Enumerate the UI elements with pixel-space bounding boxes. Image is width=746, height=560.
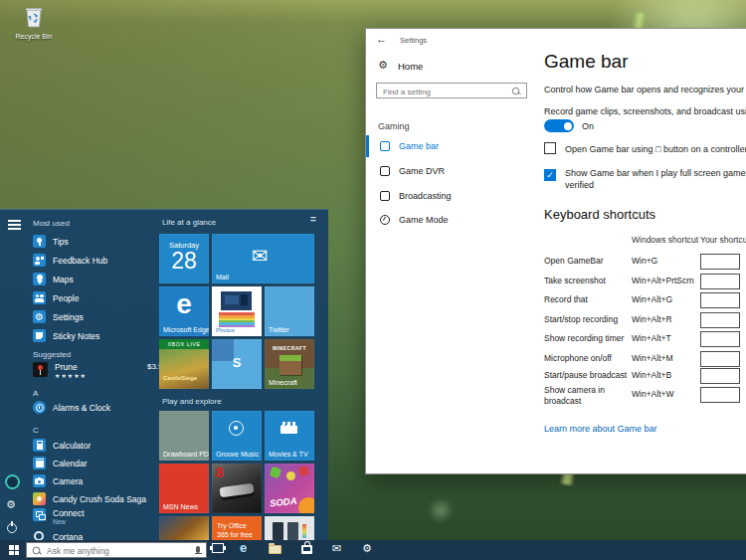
settings-window: ← Settings ⚙ Home Gaming Game bar Game D… <box>365 28 746 474</box>
search-icon[interactable] <box>512 88 519 94</box>
tile-asphalt8[interactable]: 8 <box>212 464 262 513</box>
tile-mail[interactable]: ✉ Mail <box>212 234 314 283</box>
cortana-search-input[interactable] <box>45 544 188 558</box>
back-arrow-icon[interactable]: ← <box>376 33 387 45</box>
minecraft-block-art <box>280 355 301 375</box>
record-toggle[interactable] <box>544 119 574 132</box>
app-item-settings[interactable]: ⚙ Settings <box>33 309 84 324</box>
settings-search-input[interactable] <box>381 85 512 98</box>
mail-envelope-icon: ✉ <box>252 244 269 268</box>
hamburger-icon[interactable] <box>8 220 21 222</box>
app-item-calculator[interactable]: Calculator <box>33 438 91 453</box>
app-item-sticky-notes[interactable]: Sticky Notes <box>33 328 99 343</box>
app-item-candy-crush[interactable]: Candy Crush Soda Saga <box>33 491 146 506</box>
shortcut-input[interactable] <box>700 312 740 328</box>
store-icon[interactable] <box>301 545 312 554</box>
tile-castle-game[interactable] <box>159 516 209 541</box>
shortcuts-header: Keyboard shortcuts <box>544 207 655 222</box>
app-item-maps[interactable]: Maps <box>33 272 74 286</box>
app-item-camera[interactable]: Camera <box>33 473 83 488</box>
tile-group-handle-icon[interactable]: = <box>310 214 316 225</box>
shortcut-input[interactable] <box>700 387 740 403</box>
tile-xbox-castle-siege[interactable]: XBOX LIVE CastleSiege <box>159 339 209 389</box>
alarms-clock-icon <box>33 401 46 414</box>
tile-phone-companion[interactable] <box>265 516 314 541</box>
settings-taskbar-icon[interactable]: ⚙ <box>362 542 372 555</box>
app-item-calendar[interactable]: Calendar <box>33 456 88 470</box>
tile-calendar[interactable]: Saturday 28 <box>159 234 209 283</box>
bokeh-highlight <box>428 497 454 523</box>
fullscreen-checkbox-label-line1: Show Game bar when I play full screen ga… <box>565 168 746 178</box>
shortcut-input[interactable] <box>700 351 740 367</box>
window-title: Settings <box>400 36 427 45</box>
camera-icon <box>33 474 46 487</box>
tile-movies-tv[interactable]: Movies & TV <box>265 411 314 461</box>
tile-office-365[interactable]: Try Office 365 for free <box>212 516 262 541</box>
cortana-search-box[interactable] <box>26 542 207 558</box>
nav-item-game-mode[interactable]: Game Mode <box>366 208 535 232</box>
controller-checkbox[interactable] <box>544 142 556 154</box>
sticky-notes-icon <box>33 329 46 342</box>
candy-art <box>298 466 309 476</box>
shortcut-input[interactable] <box>700 331 740 347</box>
app-item-people[interactable]: People <box>33 290 79 305</box>
most-used-header: Most used <box>33 219 70 228</box>
phone-art <box>287 522 298 540</box>
tile-twitter[interactable]: Twitter <box>265 286 314 336</box>
tile-msn-news[interactable]: MSN News <box>159 464 209 513</box>
tile-skype[interactable]: S <box>212 339 262 389</box>
task-view-icon[interactable] <box>212 543 224 553</box>
tile-candy-soda[interactable]: SODA <box>265 464 314 513</box>
tile-photos[interactable]: Photos <box>212 286 262 336</box>
tile-drawboard-pdf[interactable]: Drawboard PDF <box>159 411 209 461</box>
app-item-alarms-clock[interactable]: Alarms & Clock <box>33 400 110 415</box>
prune-label: Prune <box>55 362 78 372</box>
phone-art <box>273 522 283 540</box>
section-c-header[interactable]: C <box>33 426 39 435</box>
mail-taskbar-icon[interactable]: ✉ <box>332 542 341 555</box>
shortcut-row: Open GameBar Win+G <box>544 254 746 272</box>
shortcut-row: Record that Win+Alt+G <box>544 292 746 310</box>
photos-live-thumbnail <box>221 291 252 310</box>
shortcut-input[interactable] <box>700 254 740 270</box>
nav-item-game-bar[interactable]: Game bar <box>366 134 535 158</box>
tips-icon <box>33 235 46 248</box>
shortcut-row: Show recording timer Win+Alt+T <box>544 331 746 349</box>
shortcut-input[interactable] <box>700 368 740 384</box>
user-avatar[interactable] <box>5 474 20 489</box>
power-icon[interactable] <box>7 523 17 533</box>
shortcut-input[interactable] <box>700 292 740 308</box>
page-subtitle: Control how Game bar opens and recognize… <box>544 85 746 94</box>
app-item-prune[interactable]: Prune ★★★★★ $3.99 <box>33 362 149 382</box>
prune-stars: ★★★★★ <box>55 372 87 379</box>
edge-taskbar-icon[interactable]: e <box>240 540 247 555</box>
fullscreen-checkbox[interactable]: ✓ <box>544 169 556 181</box>
tile-groove-music[interactable]: Groove Music <box>212 411 262 461</box>
selected-accent-bar <box>366 135 369 157</box>
edge-logo: e <box>159 288 209 320</box>
shortcut-row: Microphone on/off Win+Alt+M <box>544 351 746 369</box>
connect-new-badge: New <box>53 518 66 525</box>
settings-gear-icon: ⚙ <box>33 310 46 323</box>
microphone-icon[interactable] <box>196 546 200 553</box>
app-item-feedback-hub[interactable]: Feedback Hub <box>33 253 107 268</box>
tile-group2-header: Play and explore <box>162 397 222 406</box>
shortcut-input[interactable] <box>700 274 740 289</box>
settings-search-box[interactable] <box>376 83 527 98</box>
app-item-tips[interactable]: Tips <box>33 234 69 249</box>
feedback-hub-icon <box>33 254 46 267</box>
nav-item-game-dvr[interactable]: Game DVR <box>366 159 535 183</box>
soda-logo-text: SODA <box>270 495 297 509</box>
home-gear-icon: ⚙ <box>378 59 388 72</box>
learn-more-link[interactable]: Learn more about Game bar <box>544 424 657 434</box>
settings-rail-icon[interactable]: ⚙ <box>6 498 16 511</box>
sidebar-item-home[interactable]: Home <box>398 61 423 72</box>
recycle-bin-shortcut[interactable]: Recycle Bin <box>8 6 60 40</box>
file-explorer-icon[interactable] <box>269 545 281 554</box>
section-a-header[interactable]: A <box>33 389 38 398</box>
tile-edge[interactable]: e Microsoft Edge <box>159 286 209 336</box>
tile-minecraft[interactable]: MINECRAFT Minecraft <box>265 339 314 389</box>
nav-item-broadcasting[interactable]: Broadcasting <box>366 184 535 208</box>
start-button[interactable] <box>9 545 19 555</box>
recycle-bin-label: Recycle Bin <box>8 33 60 40</box>
